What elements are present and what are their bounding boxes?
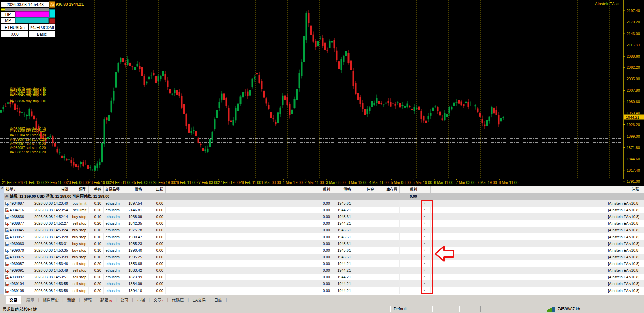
- order-id: 4939087: [4, 260, 32, 267]
- delete-order-button[interactable]: ×: [419, 207, 431, 213]
- order-swap: [376, 254, 400, 260]
- tab-日誌[interactable]: 日誌: [211, 296, 226, 303]
- order-symbol: ethusdm: [104, 287, 122, 294]
- column-header[interactable]: 價格: [332, 186, 353, 193]
- column-header[interactable]: 庫存費: [376, 186, 400, 193]
- market-price: 1944.21: [332, 274, 353, 280]
- time-axis-label: 4 Mar 11:00: [369, 180, 389, 185]
- column-header[interactable]: 價格: [122, 186, 144, 193]
- time-axis-label: 22 Feb 11:00: [45, 180, 67, 185]
- table-row[interactable]: 49390752026.03.08 14:53:39buy stop0.10et…: [4, 254, 644, 260]
- table-row[interactable]: 49346872026.03.08 14:23:40buy limit0.10e…: [4, 200, 644, 207]
- delete-order-button[interactable]: ×: [419, 240, 431, 247]
- table-row[interactable]: 49391042026.03.08 14:53:55sell stop0.20e…: [4, 280, 644, 287]
- delete-order-button[interactable]: ×: [419, 254, 431, 260]
- column-header[interactable]: 交易品種: [104, 186, 122, 193]
- order-lots: 0.20: [89, 287, 104, 294]
- order-time: 2026.03.08 14:23:54: [32, 207, 70, 213]
- order-swap: [376, 247, 400, 254]
- time-axis-label: 1 Mar 19:00: [283, 180, 303, 185]
- delete-order-button[interactable]: ×: [419, 280, 431, 287]
- order-sl: 0.00: [144, 220, 166, 227]
- table-row[interactable]: 49390872026.03.08 14:53:46sell stop0.20e…: [4, 260, 644, 267]
- order-symbol: ethusdm: [104, 260, 122, 267]
- time-axis-label: 25 Feb 03:00: [131, 180, 153, 185]
- order-type: sell stop: [70, 274, 89, 280]
- hp-side-swatch: [49, 9, 55, 18]
- table-row[interactable]: 49390972026.03.08 14:53:51sell stop0.20e…: [4, 274, 644, 280]
- table-row[interactable]: 49390702026.03.08 14:53:35buy stop0.10et…: [4, 247, 644, 254]
- order-commission: [353, 240, 376, 247]
- tab-EA交易[interactable]: EA交易: [189, 296, 209, 303]
- order-tp: 0.00: [166, 274, 332, 280]
- column-header[interactable]: 佣金: [353, 186, 376, 193]
- table-row[interactable]: 49390452026.03.08 14:53:24buy stop0.10et…: [4, 227, 644, 233]
- tab-公司[interactable]: 公司: [117, 296, 132, 303]
- ea-name-label: AInsteinEA ☺: [595, 2, 620, 6]
- order-tp: 0.00: [166, 254, 332, 260]
- order-swap: [376, 200, 400, 207]
- tab-郵箱[interactable]: 郵箱46: [97, 296, 115, 303]
- order-swap: [376, 267, 400, 274]
- delete-order-button[interactable]: ×: [419, 233, 431, 240]
- price-axis-label: 1980.60: [627, 100, 640, 104]
- table-row[interactable]: 49390632026.03.08 14:53:31buy stop0.10et…: [4, 240, 644, 247]
- order-lots: 0.20: [89, 267, 104, 274]
- code-box: P4JEPJCDMI: [29, 24, 55, 31]
- order-lots: 0.10: [89, 247, 104, 254]
- delete-order-button[interactable]: ×: [419, 267, 431, 274]
- table-row[interactable]: 49390572026.03.08 14:53:28buy stop0.10et…: [4, 233, 644, 240]
- order-symbol: ethusdm: [104, 267, 122, 274]
- status-profile-cell[interactable]: Default: [391, 306, 433, 312]
- tab-文章[interactable]: 文章4: [150, 296, 167, 303]
- column-header[interactable]: 獲利: [166, 186, 332, 193]
- tab-交易[interactable]: 交易: [6, 296, 21, 304]
- tab-帳戶歷史[interactable]: 帳戶歷史: [39, 296, 62, 303]
- order-comment: [AInstein EA v10.8]: [431, 233, 644, 240]
- order-swap: [376, 287, 400, 294]
- tab-市場[interactable]: 市場: [133, 296, 148, 303]
- price-axis-label: 2007.80: [627, 88, 640, 92]
- order-symbol: ethusdm: [104, 200, 122, 207]
- market-price: 1945.61: [332, 247, 353, 254]
- column-header[interactable]: 掛單 /: [4, 186, 32, 193]
- column-header[interactable]: [419, 186, 431, 193]
- close-icon[interactable]: ×: [0, 186, 4, 190]
- delete-order-button[interactable]: ×: [419, 274, 431, 280]
- table-row[interactable]: 49388772026.03.08 14:52:27sell stop0.20e…: [4, 220, 644, 227]
- tab-警報[interactable]: 警報: [80, 296, 95, 303]
- table-row[interactable]: 49391082026.03.08 14:53:58sell stop0.20e…: [4, 287, 644, 294]
- price-chart[interactable]: #4939075 buy stop 0.10#4939070 buy stop …: [0, 0, 644, 186]
- market-price: 1944.21: [332, 207, 353, 213]
- delete-order-button[interactable]: ×: [419, 220, 431, 227]
- orders-table-header[interactable]: 掛單 /時間類型手數交易品種價格止損獲利價格佣金庫存費獲利注釋: [4, 186, 644, 193]
- order-comment: [AInstein EA v10.8]: [431, 274, 644, 280]
- order-profit: [400, 260, 419, 267]
- order-symbol: ethusdm: [104, 220, 122, 227]
- order-sl: 0.00: [144, 247, 166, 254]
- column-header[interactable]: 時間: [32, 186, 70, 193]
- delete-order-button[interactable]: ×: [419, 247, 431, 254]
- tab-展示[interactable]: 展示: [23, 296, 38, 303]
- table-row[interactable]: 49388362026.03.08 14:52:14buy stop0.10et…: [4, 213, 644, 220]
- order-comment: [AInstein EA v10.8]: [431, 267, 644, 274]
- column-header[interactable]: 手數: [89, 186, 104, 193]
- column-header[interactable]: 止損: [144, 186, 166, 193]
- column-header[interactable]: 獲利: [400, 186, 419, 193]
- order-type: buy stop: [70, 213, 89, 220]
- delete-order-button[interactable]: ×: [419, 200, 431, 207]
- delete-order-button[interactable]: ×: [419, 287, 431, 294]
- table-row[interactable]: 49390912026.03.08 14:53:48sell stop0.20e…: [4, 267, 644, 274]
- order-profit: [400, 287, 419, 294]
- order-tp: 0.00: [166, 260, 332, 267]
- tab-新聞[interactable]: 新聞: [64, 296, 78, 303]
- delete-order-button[interactable]: ×: [419, 213, 431, 220]
- tab-代碼庫[interactable]: 代碼庫: [168, 296, 187, 303]
- column-header[interactable]: 類型: [70, 186, 89, 193]
- delete-order-button[interactable]: ×: [419, 227, 431, 233]
- order-label: #4939091 sell stop 0.20: [10, 142, 46, 146]
- column-header[interactable]: 注釋: [431, 186, 644, 193]
- delete-order-button[interactable]: ×: [419, 260, 431, 267]
- time-axis-label: 27 Feb 03:00: [197, 180, 218, 185]
- table-row[interactable]: 49347162026.03.08 14:23:54sell limit0.20…: [4, 207, 644, 213]
